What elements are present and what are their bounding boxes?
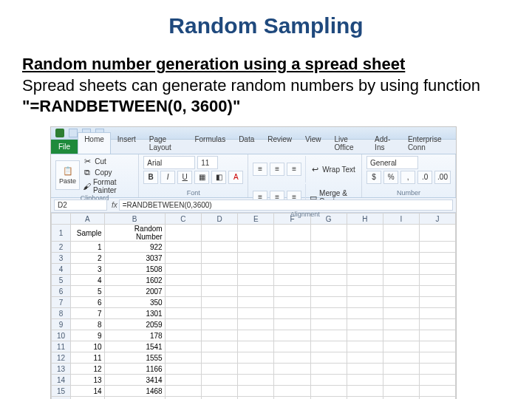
cell[interactable] <box>238 375 274 386</box>
cell[interactable] <box>419 264 455 275</box>
cell[interactable] <box>238 242 274 253</box>
cell[interactable] <box>201 330 237 341</box>
tab-data[interactable]: Data <box>232 132 261 154</box>
cell[interactable] <box>201 253 237 264</box>
font-color-button[interactable]: A <box>228 171 243 184</box>
cell[interactable] <box>238 319 274 330</box>
cell[interactable]: 1166 <box>104 364 165 375</box>
row-header[interactable]: 16 <box>52 397 71 400</box>
cell[interactable] <box>419 352 455 364</box>
cell[interactable]: 3037 <box>104 253 165 264</box>
cell[interactable] <box>165 341 201 352</box>
tab-home[interactable]: Home <box>78 132 111 154</box>
align-bottom-button[interactable]: ≡ <box>287 163 301 176</box>
cell[interactable]: 7 <box>71 308 105 319</box>
cell[interactable]: 1 <box>71 242 105 253</box>
percent-button[interactable]: % <box>383 171 398 184</box>
cell[interactable]: 3414 <box>104 375 165 386</box>
cell[interactable] <box>201 264 237 275</box>
cell[interactable] <box>274 253 310 264</box>
cell[interactable]: 922 <box>104 242 165 253</box>
cell[interactable]: 11 <box>71 352 105 364</box>
cell[interactable] <box>165 297 201 308</box>
cell[interactable] <box>383 386 420 397</box>
cell[interactable] <box>165 264 201 275</box>
cell[interactable] <box>383 253 420 264</box>
row-header[interactable]: 12 <box>52 352 71 364</box>
format-painter-icon[interactable]: 🖌 <box>82 181 91 191</box>
cell[interactable] <box>419 308 455 319</box>
cell[interactable] <box>310 242 347 253</box>
cell[interactable] <box>419 397 455 400</box>
tab-view[interactable]: View <box>299 132 328 154</box>
cell[interactable] <box>383 352 420 364</box>
cell[interactable] <box>419 330 455 341</box>
number-format-select[interactable]: General <box>366 156 418 169</box>
cell[interactable] <box>310 286 347 297</box>
cell[interactable] <box>274 352 310 364</box>
cell[interactable] <box>165 275 201 286</box>
cell[interactable] <box>274 264 310 275</box>
cell[interactable]: Sample <box>71 225 105 242</box>
cell[interactable] <box>347 352 383 364</box>
row-header[interactable]: 4 <box>52 264 71 275</box>
cell[interactable] <box>274 242 310 253</box>
cell[interactable] <box>201 275 237 286</box>
row-header[interactable]: 7 <box>52 297 71 308</box>
border-button[interactable]: ▦ <box>194 171 209 184</box>
fx-icon[interactable]: fx <box>112 201 117 209</box>
cell[interactable] <box>419 364 455 375</box>
cell[interactable]: 1555 <box>104 352 165 364</box>
worksheet-grid[interactable]: ABCDEFGHIJ 1SampleRandom Number219223230… <box>51 213 456 399</box>
cell[interactable] <box>419 225 455 242</box>
cell[interactable] <box>347 242 383 253</box>
cell[interactable] <box>165 386 201 397</box>
cell[interactable]: 4 <box>71 275 105 286</box>
cell[interactable] <box>383 225 420 242</box>
font-name-select[interactable]: Arial <box>143 156 195 169</box>
cell[interactable] <box>274 364 310 375</box>
cell[interactable] <box>419 286 455 297</box>
cell[interactable] <box>419 341 455 352</box>
row-header[interactable]: 10 <box>52 330 71 341</box>
cell[interactable] <box>274 286 310 297</box>
cell[interactable] <box>419 253 455 264</box>
cell[interactable]: 1602 <box>104 275 165 286</box>
cell[interactable] <box>347 225 383 242</box>
cell[interactable] <box>165 253 201 264</box>
cell[interactable] <box>201 242 237 253</box>
row-header[interactable]: 9 <box>52 319 71 330</box>
cell[interactable] <box>238 330 274 341</box>
row-header[interactable]: 3 <box>52 253 71 264</box>
cell[interactable] <box>383 242 420 253</box>
cell[interactable] <box>383 341 420 352</box>
cell[interactable]: 8 <box>71 319 105 330</box>
cell[interactable]: Random Number <box>104 225 165 242</box>
comma-button[interactable]: , <box>400 171 415 184</box>
cell[interactable] <box>383 286 420 297</box>
row-header[interactable]: 6 <box>52 286 71 297</box>
cell[interactable] <box>419 386 455 397</box>
column-header-A[interactable]: A <box>71 214 105 225</box>
column-header-B[interactable]: B <box>104 214 165 225</box>
cell[interactable] <box>274 397 310 400</box>
tab-add-ins[interactable]: Add-Ins <box>368 132 401 154</box>
cell[interactable]: 5 <box>71 286 105 297</box>
cell[interactable]: 1301 <box>104 308 165 319</box>
cell[interactable] <box>383 397 420 400</box>
cell[interactable] <box>201 225 237 242</box>
tab-review[interactable]: Review <box>261 132 299 154</box>
cell[interactable] <box>419 275 455 286</box>
cell[interactable] <box>201 386 237 397</box>
cell[interactable] <box>383 297 420 308</box>
cell[interactable] <box>347 375 383 386</box>
cell[interactable] <box>310 225 347 242</box>
cell[interactable] <box>165 319 201 330</box>
select-all-cell[interactable] <box>52 214 71 225</box>
row-header[interactable]: 15 <box>52 386 71 397</box>
cell[interactable] <box>347 297 383 308</box>
italic-button[interactable]: I <box>160 171 175 184</box>
cell[interactable] <box>347 264 383 275</box>
row-header[interactable]: 5 <box>52 275 71 286</box>
cell[interactable] <box>165 330 201 341</box>
